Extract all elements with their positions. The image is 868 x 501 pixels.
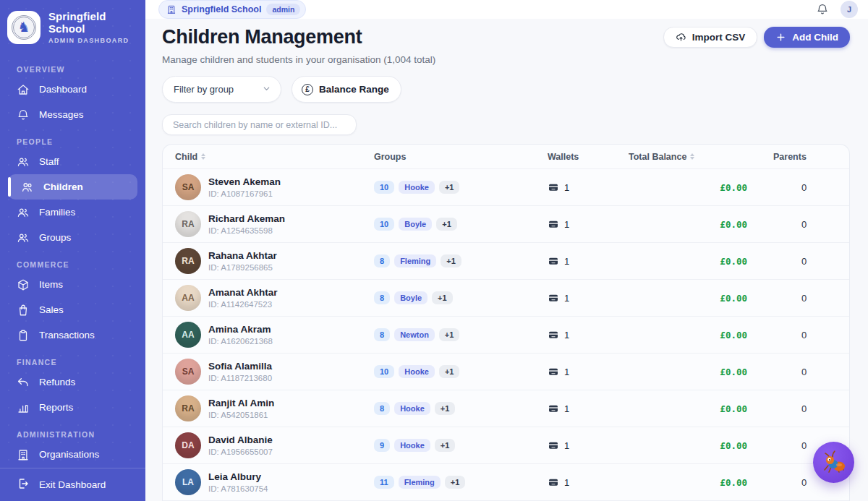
wallet-count: 1 (564, 403, 569, 414)
child-avatar: RA (175, 211, 201, 237)
assistant-ant-button[interactable] (813, 442, 854, 483)
sidebar-item-label: Groups (39, 232, 71, 243)
home-icon (17, 83, 30, 96)
sidebar-item-families[interactable]: Families (8, 200, 137, 225)
import-csv-button[interactable]: Import CSV (663, 27, 758, 48)
table-row[interactable]: RA Rahana Akhtar ID: A1789256865 8 Flemi… (163, 243, 849, 280)
sidebar-item-groups[interactable]: Groups (8, 225, 137, 250)
wallet-icon (548, 403, 559, 414)
total-balance-value: £0.00 (629, 367, 773, 377)
sort-icon (201, 153, 205, 160)
child-avatar: SA (175, 359, 201, 385)
group-name-badge: Fleming (394, 254, 436, 267)
wallet-count: 1 (564, 330, 569, 341)
sidebar-item-label: Dashboard (39, 84, 87, 95)
people-icon (17, 206, 30, 219)
table-row[interactable]: LA Leia Albury ID: A781630754 11 Fleming… (163, 464, 849, 501)
wallet-icon (548, 476, 559, 488)
admin-role-badge: admin (266, 4, 300, 15)
total-balance-value: £0.00 (629, 256, 773, 267)
sidebar-item-messages[interactable]: Messages (8, 102, 137, 127)
table-row[interactable]: SA Sofia Alamilla ID: A1187213680 10 Hoo… (163, 354, 849, 390)
org-switcher-pill[interactable]: Springfield School admin (158, 0, 306, 19)
nav-section-label: OVERVIEW (17, 65, 137, 74)
group-filter-label: Filter by group (174, 84, 234, 95)
school-crest-icon: ♞ (12, 15, 36, 40)
balance-range-button[interactable]: £ Balance Range (292, 76, 401, 103)
chevron-down-icon (262, 84, 271, 95)
children-table: Child Groups Wallets Total Balance Paren… (162, 144, 850, 501)
child-name: Ranjit Al Amin (208, 398, 274, 408)
dashboard-subtitle: ADMIN DASHBOARD (48, 37, 137, 44)
child-external-id: ID: A781630754 (208, 484, 268, 493)
balance-range-label: Balance Range (319, 84, 389, 95)
org-name: Springfield School (182, 4, 261, 14)
wallet-count: 1 (564, 367, 569, 377)
table-row[interactable]: RA Richard Akeman ID: A1254635598 10 Boy… (163, 206, 849, 243)
child-external-id: ID: A1142647523 (208, 300, 278, 309)
more-groups-badge: +1 (445, 476, 466, 489)
sidebar-item-transactions[interactable]: Transactions (8, 322, 137, 348)
wallet-count: 1 (564, 182, 569, 193)
table-row[interactable]: DA David Albanie ID: A1956655007 9 Hooke… (163, 427, 849, 464)
sidebar-nav: OVERVIEW Dashboard MessagesPEOPLE Staff … (0, 55, 145, 468)
parents-count: 0 (773, 330, 849, 341)
child-avatar: LA (175, 469, 201, 495)
sidebar-item-staff[interactable]: Staff (8, 149, 137, 174)
table-row[interactable]: SA Steven Akeman ID: A1087167961 10 Hook… (163, 169, 849, 206)
child-name: Leia Albury (208, 471, 268, 482)
table-row[interactable]: AA Amanat Akhtar ID: A1142647523 8 Boyle… (163, 280, 849, 317)
sidebar-item-exit-dashboard[interactable]: Exit Dashboard (0, 468, 145, 501)
sidebar-item-reports[interactable]: Reports (8, 395, 137, 420)
table-row[interactable]: RA Ranjit Al Amin ID: A542051861 8 Hooke… (163, 390, 849, 427)
sidebar-item-label: Transactions (39, 330, 95, 341)
more-groups-badge: +1 (432, 291, 453, 304)
total-balance-value: £0.00 (629, 440, 773, 451)
people-icon (17, 231, 30, 244)
plus-icon (775, 32, 786, 43)
page-title: Children Management (162, 26, 435, 48)
more-groups-badge: +1 (436, 218, 457, 231)
total-balance-value: £0.00 (629, 182, 773, 193)
group-name-badge: Fleming (399, 476, 441, 489)
group-name-badge: Hooke (399, 181, 435, 194)
group-filter-dropdown[interactable]: Filter by group (162, 76, 281, 103)
people-icon (17, 155, 30, 168)
sidebar-item-label: Children (43, 181, 83, 192)
child-external-id: ID: A1789256865 (208, 263, 277, 272)
notifications-button[interactable] (814, 1, 830, 17)
parents-count: 0 (773, 182, 849, 193)
building-icon (17, 448, 30, 461)
more-groups-badge: +1 (435, 402, 456, 415)
sidebar-item-dashboard[interactable]: Dashboard (8, 77, 137, 102)
child-avatar: AA (175, 322, 201, 348)
parents-count: 0 (773, 293, 849, 304)
sidebar-item-sales[interactable]: Sales (8, 297, 137, 322)
child-external-id: ID: A1187213680 (208, 374, 272, 382)
child-avatar: SA (175, 174, 201, 200)
app-root: ♞ Springfield School ADMIN DASHBOARD OVE… (0, 0, 868, 501)
child-name: Sofia Alamilla (208, 361, 272, 372)
table-header: Child Groups Wallets Total Balance Paren… (163, 145, 849, 169)
sidebar-item-children[interactable]: Children (8, 174, 137, 200)
table-row[interactable]: AA Amina Akram ID: A1620621368 8 Newton … (163, 317, 849, 354)
more-groups-badge: +1 (439, 328, 460, 341)
column-header-child[interactable]: Child (163, 152, 374, 162)
sidebar-item-refunds[interactable]: Refunds (8, 369, 137, 395)
wallet-count: 1 (564, 293, 569, 304)
sidebar-item-organisations[interactable]: Organisations (8, 442, 137, 467)
parents-count: 0 (773, 367, 849, 377)
column-header-total-balance[interactable]: Total Balance (629, 152, 773, 162)
add-child-button[interactable]: Add Child (764, 27, 850, 48)
user-avatar[interactable]: J (841, 1, 858, 18)
child-name: Amanat Akhtar (208, 287, 278, 298)
logout-icon (17, 477, 30, 492)
sidebar-item-label: Refunds (39, 377, 75, 387)
sidebar-item-label: Sales (39, 304, 64, 315)
sidebar-item-items[interactable]: Items (8, 272, 137, 297)
total-balance-value: £0.00 (629, 293, 773, 304)
group-count-badge: 8 (374, 291, 390, 304)
search-input[interactable] (162, 114, 357, 135)
group-count-badge: 11 (374, 476, 394, 489)
exit-dashboard-label: Exit Dashboard (39, 479, 106, 490)
